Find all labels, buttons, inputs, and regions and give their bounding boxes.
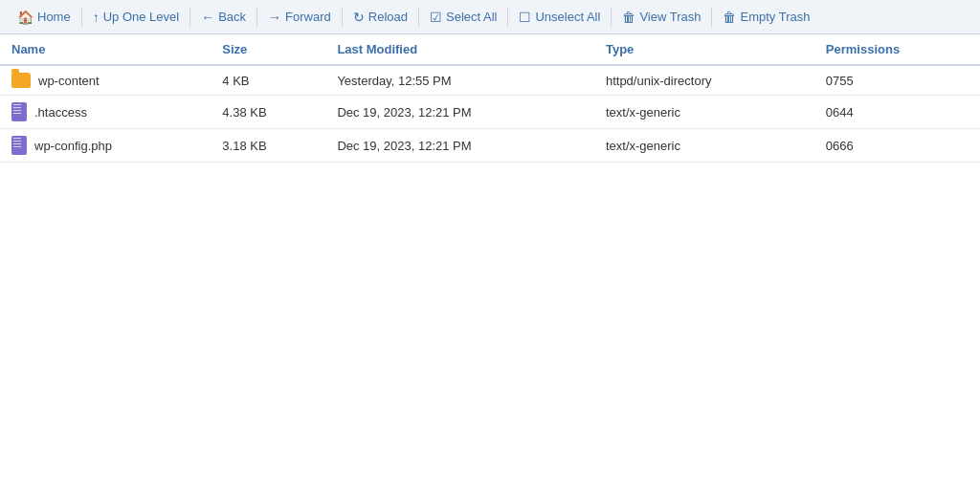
forward-label: Forward <box>285 10 331 24</box>
up-one-level-label: Up One Level <box>103 10 180 24</box>
forward-button[interactable]: → Forward <box>258 5 341 30</box>
file-last-modified: Dec 19, 2023, 12:21 PM <box>325 96 594 129</box>
file-last-modified: Yesterday, 12:55 PM <box>325 65 594 96</box>
view-trash-button[interactable]: 🗑 View Trash <box>612 5 710 30</box>
trash-icon: 🗑 <box>622 10 635 25</box>
separator-7 <box>611 8 612 27</box>
select-all-label: Select All <box>446 10 497 24</box>
home-button[interactable]: 🏠 Home <box>8 5 80 30</box>
up-one-level-button[interactable]: ↑ Up One Level <box>83 5 189 30</box>
file-name-cell-2: wp-config.php <box>0 129 211 163</box>
select-all-button[interactable]: ☑ Select All <box>420 5 506 30</box>
table-header: Name Size Last Modified Type Permissions <box>0 34 980 65</box>
toolbar: 🏠 Home ↑ Up One Level ← Back → Forward ↻… <box>0 0 980 34</box>
file-permissions: 0644 <box>814 96 980 129</box>
unselect-all-button[interactable]: ☐ Unselect All <box>509 5 610 30</box>
file-name: wp-content <box>38 74 100 88</box>
empty-trash-button[interactable]: 🗑 Empty Trash <box>713 5 819 30</box>
file-icon <box>11 102 27 121</box>
back-label: Back <box>218 10 246 24</box>
separator-4 <box>342 8 343 27</box>
reload-button[interactable]: ↻ Reload <box>344 5 417 30</box>
separator-5 <box>418 8 419 27</box>
separator-2 <box>189 8 190 27</box>
separator-6 <box>507 8 508 27</box>
col-last-modified[interactable]: Last Modified <box>325 34 594 65</box>
col-name[interactable]: Name <box>0 34 211 65</box>
file-list-container: Name Size Last Modified Type Permissions… <box>0 34 980 163</box>
home-icon: 🏠 <box>17 10 33 25</box>
table-row[interactable]: wp-config.php3.18 KBDec 19, 2023, 12:21 … <box>0 129 980 163</box>
checkbox-checked-icon: ☑ <box>430 10 442 25</box>
col-type[interactable]: Type <box>594 34 814 65</box>
unselect-all-label: Unselect All <box>535 10 600 24</box>
reload-label: Reload <box>368 10 408 24</box>
table-row[interactable]: wp-content4 KBYesterday, 12:55 PMhttpd/u… <box>0 65 980 96</box>
separator-8 <box>711 8 712 27</box>
file-table: Name Size Last Modified Type Permissions… <box>0 34 980 163</box>
back-button[interactable]: ← Back <box>191 5 256 30</box>
file-type: text/x-generic <box>594 96 814 129</box>
file-type: httpd/unix-directory <box>594 65 814 96</box>
empty-trash-icon: 🗑 <box>723 10 736 25</box>
separator-3 <box>256 8 257 27</box>
col-size[interactable]: Size <box>211 34 325 65</box>
file-name-cell-0: wp-content <box>0 65 211 96</box>
file-size: 4 KB <box>211 65 325 96</box>
empty-trash-label: Empty Trash <box>740 10 810 24</box>
file-permissions: 0666 <box>814 129 980 163</box>
file-name: .htaccess <box>34 105 87 120</box>
home-label: Home <box>37 10 71 24</box>
file-type: text/x-generic <box>594 129 814 163</box>
file-icon <box>11 136 27 155</box>
separator-1 <box>81 8 82 27</box>
view-trash-label: View Trash <box>639 10 701 24</box>
file-name-cell-1: .htaccess <box>0 96 211 129</box>
back-icon: ← <box>201 10 214 25</box>
file-name: wp-config.php <box>34 139 112 153</box>
up-icon: ↑ <box>93 10 100 25</box>
col-permissions[interactable]: Permissions <box>814 34 980 65</box>
file-permissions: 0755 <box>814 65 980 96</box>
forward-icon: → <box>268 10 281 25</box>
file-size: 3.18 KB <box>211 129 325 163</box>
table-row[interactable]: .htaccess4.38 KBDec 19, 2023, 12:21 PMte… <box>0 96 980 129</box>
table-body: wp-content4 KBYesterday, 12:55 PMhttpd/u… <box>0 65 980 163</box>
folder-icon <box>11 73 31 88</box>
file-last-modified: Dec 19, 2023, 12:21 PM <box>325 129 594 163</box>
file-size: 4.38 KB <box>211 96 325 129</box>
checkbox-empty-icon: ☐ <box>519 10 531 25</box>
reload-icon: ↻ <box>353 10 365 25</box>
